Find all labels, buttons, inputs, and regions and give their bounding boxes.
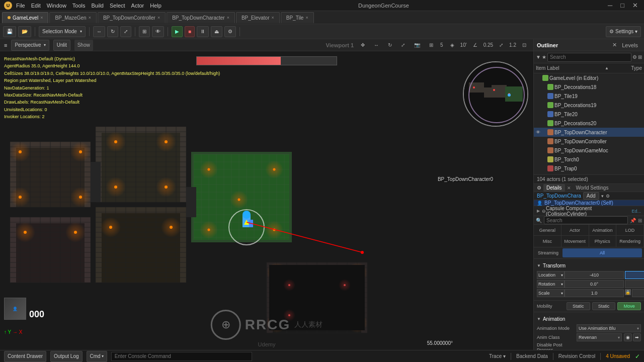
cmd-dropdown[interactable]: Cmd ▾ (87, 351, 107, 362)
outliner-settings-icon[interactable]: ⚙ (632, 54, 637, 60)
menu-actor[interactable]: Actor (131, 3, 144, 9)
scale-snap-btn[interactable]: ⤢ (496, 41, 506, 49)
viewport-canvas[interactable]: RecastNavMesh-Default (Dynamic) AgentRad… (0, 51, 533, 350)
viewport-options-btn[interactable]: ⊞ (139, 26, 150, 37)
location-dropdown[interactable]: Location ▾ (537, 271, 565, 279)
details-add-actions[interactable]: ⚙ (606, 194, 610, 199)
menu-select[interactable]: Select (110, 3, 125, 9)
location-x-input[interactable] (565, 271, 624, 279)
outliner-item[interactable]: 👁 BP_Trap1 (534, 173, 644, 174)
backend-data-label[interactable]: Backend Data (514, 353, 550, 359)
close-btn[interactable]: ✕ (630, 2, 640, 9)
angle-snap-btn[interactable]: ∠ (470, 41, 480, 49)
play-btn[interactable]: ▶ (172, 26, 183, 37)
scale-y-input[interactable] (632, 289, 644, 297)
toolbar-save-btn[interactable]: 💾 (3, 26, 16, 37)
details-tab-close[interactable]: ✕ (567, 186, 571, 191)
movement-tab[interactable]: Movement (561, 236, 589, 247)
outliner-search-input[interactable] (547, 53, 631, 62)
outliner-grid-icon[interactable]: ⊞ (638, 54, 642, 60)
rotate-tool-btn[interactable]: ↻ (107, 26, 118, 37)
outliner-item[interactable]: 👁 BP_TopDownController (534, 137, 644, 146)
scale-tool-btn[interactable]: ⤢ (120, 26, 131, 37)
translate-tool-btn[interactable]: ↔ (93, 26, 105, 37)
revision-control-label[interactable]: Revision Control (556, 353, 597, 359)
outliner-item[interactable]: 👁 BP_Decorations20 (534, 119, 644, 128)
rotation-x-input[interactable] (565, 280, 624, 288)
tab-close-bp-controller[interactable]: × (157, 15, 160, 20)
tab-bp-character[interactable]: BP_TopDownCharacter × (167, 12, 235, 23)
menu-edit[interactable]: Edit (31, 3, 41, 9)
tab-gamelevel[interactable]: GameLevel × (2, 12, 48, 23)
details-add-dropdown[interactable]: ▾ (601, 194, 604, 199)
menu-file[interactable]: File (16, 3, 25, 9)
anim-mode-value[interactable]: Use Animation Blu ▾ (577, 324, 641, 332)
scale-icon-btn[interactable]: ⤢ (398, 41, 408, 49)
outliner-item[interactable]: 👁 BP_Tile20 (534, 110, 644, 119)
rotation-dropdown[interactable]: Rotation ▾ (537, 280, 565, 288)
select-icon-btn[interactable]: ✥ (358, 41, 368, 49)
outliner-close-btn[interactable]: ✕ (612, 42, 617, 48)
levels-tab-btn[interactable]: Levels (619, 42, 641, 48)
tab-bp-mazegen[interactable]: BP_MazeGen × (49, 12, 97, 23)
menu-tools[interactable]: Tools (72, 3, 86, 9)
anim-browse-btn[interactable]: ◉ (624, 333, 632, 341)
world-settings-tab[interactable]: World Settings (573, 184, 612, 192)
physics-tab[interactable]: Physics (589, 236, 617, 247)
rotation-y-input[interactable] (625, 280, 644, 288)
details-add-btn[interactable]: Add (583, 192, 599, 200)
tab-close-bp-elevator[interactable]: × (272, 15, 274, 20)
outliner-item[interactable]: 👁 GameLevel (in Editor) (534, 73, 644, 82)
viewport-menu-icon[interactable]: ≡ (4, 42, 7, 48)
scale-dropdown[interactable]: Scale ▾ (537, 289, 565, 297)
animation-header[interactable]: ▼ Animation (537, 314, 641, 323)
location-y-input[interactable] (625, 271, 644, 279)
toolbar-open-btn[interactable]: 📂 (18, 26, 31, 37)
maximize-viewport-btn[interactable]: ⊡ (519, 41, 529, 49)
details-search-input[interactable] (544, 216, 628, 224)
content-drawer-btn[interactable]: Content Drawer (4, 351, 46, 362)
lod-tab[interactable]: LOD (616, 225, 644, 236)
outliner-item[interactable]: 👁 BP_Tile19 (534, 92, 644, 101)
trace-btn[interactable]: Trace ▾ (487, 353, 508, 359)
console-input[interactable] (111, 352, 252, 361)
all-tab-btn[interactable]: All (562, 248, 642, 257)
camera-icon-btn[interactable]: 📷 (411, 41, 423, 49)
visibility-icon[interactable]: 👁 (536, 130, 540, 135)
menu-build[interactable]: Build (92, 3, 104, 9)
animation-tab[interactable]: Animation (589, 225, 617, 236)
component-edit-link[interactable]: Ed... (631, 209, 641, 214)
outliner-item[interactable]: 👁 BP_TopDownGameMoc (534, 146, 644, 155)
tab-close-bp-tile[interactable]: × (305, 15, 308, 20)
minimize-btn[interactable]: ─ (606, 2, 614, 9)
menu-window[interactable]: Window (47, 3, 66, 9)
scale-x-input[interactable] (565, 289, 624, 297)
anim-class-value[interactable]: Revenan ▾ (577, 333, 622, 341)
show-flags-btn[interactable]: 👁 (152, 26, 164, 37)
outliner-item[interactable]: 👁 BP_Decorations18 (534, 82, 644, 92)
tab-close-bp-mazegen[interactable]: × (89, 15, 91, 20)
tab-close-bp-character[interactable]: × (227, 15, 229, 20)
tab-bp-controller[interactable]: BP_TopDownController × (98, 12, 166, 23)
menu-help[interactable]: Help (150, 3, 162, 9)
outliner-item[interactable]: 👁 BP_Decorations19 (534, 101, 644, 110)
tab-close-gamelevel[interactable]: × (40, 15, 43, 20)
actor-tab[interactable]: Actor (561, 225, 589, 236)
eject-btn[interactable]: ⏏ (211, 26, 222, 37)
unlit-dropdown[interactable]: Unlit (53, 40, 70, 51)
pin-icon[interactable]: 📌 (630, 218, 636, 223)
scale-lock-btn[interactable]: 🔒 (625, 289, 631, 295)
pause-btn[interactable]: ⏸ (197, 26, 209, 37)
outliner-item[interactable]: 👁 BP_Torch0 (534, 155, 644, 164)
settings-dropdown-btn[interactable]: ⚙ Settings ▾ (606, 26, 641, 37)
misc-tab[interactable]: Misc (534, 236, 561, 247)
output-log-btn[interactable]: Output Log (50, 351, 82, 362)
snap-icon-btn[interactable]: ◈ (447, 41, 457, 49)
stop-btn[interactable]: ■ (185, 26, 195, 37)
rotate-icon-btn[interactable]: ↻ (385, 41, 395, 49)
movable-btn[interactable]: Move (617, 302, 641, 310)
tab-bp-tile[interactable]: BP_Tile × (281, 12, 314, 23)
transform-header[interactable]: ▼ Transform (537, 261, 641, 270)
stationary-btn[interactable]: Static (592, 302, 616, 310)
details-tab[interactable]: Details (543, 184, 565, 192)
